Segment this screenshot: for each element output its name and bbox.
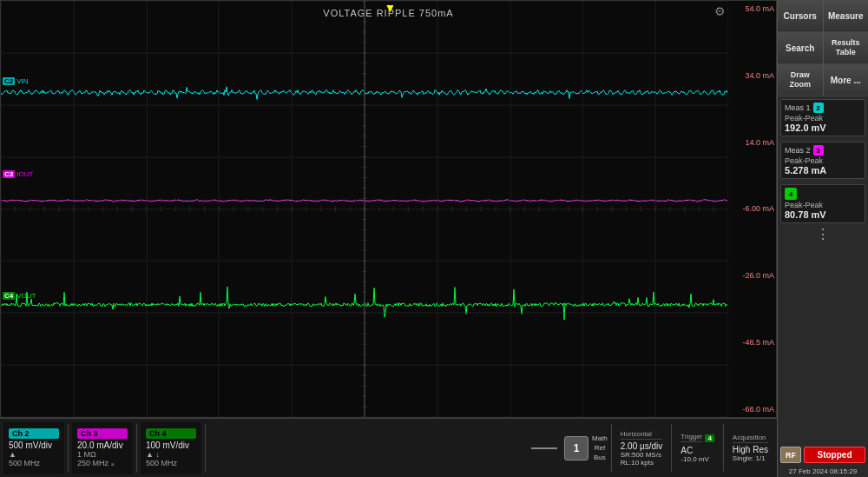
trigger-box: Trigger 4 AC -10.0 mV bbox=[675, 431, 720, 465]
meas1-ch-badge: 2 bbox=[813, 103, 824, 113]
ch4-signal: VOUT bbox=[16, 292, 36, 300]
meas1-type: Peak-Peak bbox=[785, 114, 861, 123]
stopped-button[interactable]: Stopped bbox=[804, 447, 865, 463]
horiz-val: 2.00 µs/div bbox=[621, 441, 663, 451]
ch3-badge: C3 bbox=[3, 170, 15, 178]
waveform-canvas bbox=[1, 1, 728, 417]
ch4-info-box: Ch 4 100 mV/div ▲ ↓ 500 MHz bbox=[141, 422, 201, 474]
ch3-label-area: C3 IOUT bbox=[3, 170, 33, 178]
ch2-info-title: Ch 2 bbox=[9, 428, 59, 439]
v-label-6: -46.5 mA bbox=[730, 338, 774, 347]
right-panel: Cursors Measure Search ResultsTable Draw… bbox=[777, 0, 868, 477]
meas1-value: 192.0 mV bbox=[785, 123, 861, 133]
trig-val: -10.0 mV bbox=[681, 455, 714, 463]
v-label-5: -26.0 mA bbox=[730, 271, 774, 280]
ch4-label-area: C4 VOUT bbox=[3, 292, 36, 300]
meas3-box: 4 Peak-Peak 80.78 mV bbox=[780, 184, 865, 223]
divider-4 bbox=[611, 424, 612, 472]
acq-sub: Single: 1/1 bbox=[733, 454, 768, 462]
trig-title: Trigger bbox=[681, 433, 702, 442]
trigger-arrow: ▼ bbox=[385, 1, 397, 15]
horiz-line-indicator bbox=[528, 447, 561, 449]
ch2-info-box: Ch 2 500 mV/div ▲ 500 MHz bbox=[3, 422, 64, 474]
ch4-badge: C4 bbox=[3, 292, 15, 300]
ch4-info-val2: ▲ ↓ bbox=[146, 450, 196, 459]
divider-2 bbox=[136, 424, 137, 472]
rf-stopped-row: RF Stopped bbox=[780, 447, 865, 463]
v-label-1: 54.0 mA bbox=[730, 4, 774, 13]
measure-button[interactable]: Measure bbox=[824, 0, 869, 31]
ch2-info-val2: ▲ bbox=[9, 450, 59, 459]
v-label-4: -6.00 mA bbox=[730, 204, 774, 213]
horiz-title: Horizontal bbox=[621, 430, 663, 440]
more-button[interactable]: More ... bbox=[824, 64, 869, 96]
voltage-labels: 54.0 mA 34.0 mA 14.0 mA -6.00 mA -26.0 m… bbox=[728, 1, 776, 417]
horiz-sr: SR:500 MS/s bbox=[621, 451, 663, 459]
scope-main: VOLTAGE RIPPLE 750mA ▼ ⚙ 54.0 mA 34.0 mA… bbox=[0, 0, 777, 477]
trig-ch-badge: 4 bbox=[705, 434, 713, 442]
meas1-header: Meas 1 2 bbox=[785, 103, 861, 113]
ch4-info-title: Ch 4 bbox=[146, 428, 196, 439]
cursors-measure-row: Cursors Measure bbox=[778, 0, 868, 32]
date-time: 27 Feb 2024 08:15:29 bbox=[780, 467, 865, 475]
meas2-ch-badge: 3 bbox=[813, 145, 824, 156]
meas2-value: 5.278 mA bbox=[785, 165, 861, 176]
divider-1 bbox=[68, 424, 69, 472]
results-table-button[interactable]: ResultsTable bbox=[824, 32, 869, 63]
horizontal-box: Horizontal 2.00 µs/div SR:500 MS/s RL:10… bbox=[615, 428, 668, 468]
ch3-signal: IOUT bbox=[16, 170, 33, 178]
ch2-badge: C2 bbox=[3, 77, 15, 85]
v-label-2: 34.0 mA bbox=[730, 71, 774, 80]
meas1-label: Meas 1 bbox=[785, 103, 811, 112]
meas2-type: Peak-Peak bbox=[785, 156, 861, 165]
trig-type: AC bbox=[681, 446, 714, 455]
three-dots: ⋮ bbox=[778, 228, 868, 242]
ch3-info-val2: 1 MΩ bbox=[77, 450, 128, 459]
math-label: Math bbox=[592, 434, 608, 442]
acquisition-box: Acquisition High Res Single: 1/1 bbox=[727, 432, 773, 464]
v-label-3: 14.0 mA bbox=[730, 138, 774, 147]
ch3-info-val4: 250 MHz ₐ bbox=[77, 459, 128, 467]
horiz-line bbox=[531, 447, 557, 449]
meas3-type: Peak-Peak bbox=[785, 201, 861, 209]
meas1-box: Meas 1 2 Peak-Peak 192.0 mV bbox=[780, 99, 865, 136]
ch3-info-box: Ch 3 20.0 mA/div 1 MΩ 250 MHz ₐ bbox=[72, 422, 133, 474]
cursors-button[interactable]: Cursors bbox=[778, 0, 824, 31]
ch2-label-area: C2 VIN bbox=[3, 77, 29, 85]
meas3-ch-badge: 4 bbox=[785, 188, 797, 200]
scope-screen: VOLTAGE RIPPLE 750mA ▼ ⚙ 54.0 mA 34.0 mA… bbox=[0, 0, 777, 418]
search-results-row: Search ResultsTable bbox=[778, 32, 868, 64]
meas2-header: Meas 2 3 bbox=[785, 145, 861, 156]
ch4-info-val3: 500 MHz bbox=[146, 459, 196, 467]
math-ref-bus: Math Ref Bus bbox=[592, 434, 608, 461]
meas3-header: 4 bbox=[785, 188, 861, 200]
ref-label: Ref bbox=[595, 444, 605, 452]
ch3-info-title: Ch 3 bbox=[77, 428, 128, 439]
v-label-7: -66.0 mA bbox=[730, 405, 774, 414]
ch2-signal: VIN bbox=[16, 77, 28, 85]
bus-label: Bus bbox=[594, 454, 606, 461]
ch4-info-val1: 100 mV/div bbox=[146, 441, 196, 450]
meas3-value: 80.78 mV bbox=[785, 209, 861, 220]
divider-3 bbox=[205, 424, 206, 472]
horiz-rl: RL:10 kpts bbox=[621, 459, 663, 467]
bottom-bar: Ch 2 500 mV/div ▲ 500 MHz Ch 3 20.0 mA/d… bbox=[0, 418, 777, 477]
acq-title: Acquisition bbox=[733, 434, 768, 443]
search-button[interactable]: Search bbox=[778, 32, 824, 63]
num-button[interactable]: 1 bbox=[564, 436, 589, 460]
meas2-label: Meas 2 bbox=[785, 146, 811, 155]
rf-button[interactable]: RF bbox=[780, 447, 801, 463]
divider-5 bbox=[671, 424, 672, 472]
draw-zoom-button[interactable]: DrawZoom bbox=[778, 64, 824, 96]
ch2-info-val1: 500 mV/div bbox=[9, 441, 59, 450]
right-spacer bbox=[778, 243, 868, 444]
ch2-info-val3: 500 MHz bbox=[9, 459, 59, 467]
meas2-box: Meas 2 3 Peak-Peak 5.278 mA bbox=[780, 142, 865, 179]
draw-more-row: DrawZoom More ... bbox=[778, 64, 868, 96]
ch3-info-val1: 20.0 mA/div bbox=[77, 441, 128, 450]
acq-val: High Res bbox=[733, 445, 768, 454]
divider-6 bbox=[723, 424, 724, 472]
